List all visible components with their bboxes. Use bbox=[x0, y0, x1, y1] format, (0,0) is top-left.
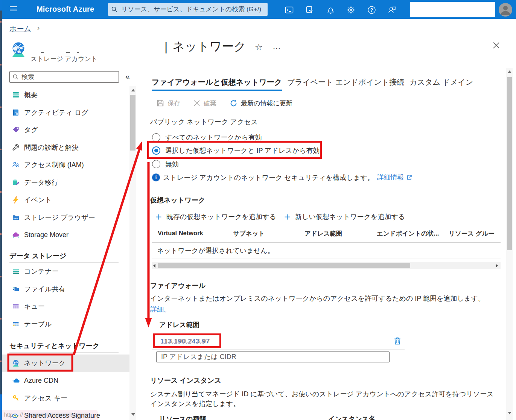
scroll-up-icon[interactable] bbox=[131, 89, 135, 91]
sidebar-item-iam[interactable]: アクセス制御 (IAM) bbox=[0, 156, 129, 174]
save-icon bbox=[157, 99, 164, 107]
sidebar-item-azure-cdn[interactable]: Azure CDN bbox=[0, 372, 129, 390]
radio-selected-networks[interactable]: 選択した仮想ネットワークと IP アドレスから有効 bbox=[152, 146, 320, 155]
storage-mover-icon bbox=[12, 231, 20, 239]
directory-filter-icon[interactable] bbox=[305, 6, 314, 14]
redacted-name-mark bbox=[77, 52, 79, 53]
hamburger-menu-icon[interactable] bbox=[10, 6, 17, 12]
notifications-bell-icon[interactable] bbox=[326, 6, 335, 14]
background-window-sliver bbox=[0, 0, 2, 420]
public-network-access-label: パブリック ネットワーク アクセス bbox=[150, 117, 258, 126]
save-button[interactable]: 保存 bbox=[157, 99, 180, 108]
sidebar-item-tables[interactable]: テーブル bbox=[0, 315, 129, 333]
sidebar-item-activity-log[interactable]: アクティビティ ログ bbox=[0, 104, 129, 122]
page-title: | ネットワーク bbox=[164, 38, 246, 55]
settings-gear-icon[interactable] bbox=[347, 6, 355, 14]
shared-access-signature-icon bbox=[12, 412, 20, 420]
sidebar-item-overview[interactable]: 概要 bbox=[0, 86, 129, 104]
sidebar-item-access-keys[interactable]: アクセス キー bbox=[0, 390, 129, 407]
add-new-vnet-link[interactable]: 新しい仮想ネットワークを追加する bbox=[284, 212, 405, 221]
sidebar-section-security-networking: セキュリティとネットワーク bbox=[0, 333, 129, 353]
breadcrumb-home-link[interactable]: ホーム bbox=[9, 25, 31, 33]
wrench-icon bbox=[12, 144, 20, 151]
column-header-address-range[interactable]: アドレス範囲 bbox=[304, 230, 342, 238]
horizontal-scrollbar-thumb[interactable] bbox=[158, 263, 410, 268]
containers-icon bbox=[12, 268, 20, 275]
scroll-up-icon[interactable] bbox=[508, 70, 511, 73]
access-control-icon bbox=[12, 161, 20, 169]
feedback-icon[interactable] bbox=[388, 6, 396, 14]
svg-text:?: ? bbox=[370, 7, 373, 13]
scroll-down-icon[interactable] bbox=[131, 413, 135, 416]
main-scrollbar-thumb[interactable] bbox=[507, 77, 512, 250]
close-blade-icon[interactable] bbox=[493, 42, 500, 50]
top-bar: Microsoft Azure ? bbox=[0, 0, 516, 19]
learn-more-link[interactable]: 詳細情報 bbox=[377, 173, 404, 181]
scroll-left-icon[interactable] bbox=[153, 264, 155, 268]
column-header-subnet[interactable]: サブネット bbox=[233, 230, 265, 238]
sidebar-item-networking[interactable]: ネットワーク bbox=[0, 355, 129, 372]
sidebar-menu: 概要 アクティビティ ログ タグ 問題の診断と解決 アクセス制御 (IAM) デ… bbox=[0, 86, 129, 420]
cloud-shell-icon[interactable] bbox=[285, 6, 294, 14]
avatar[interactable] bbox=[499, 3, 512, 17]
table-divider bbox=[152, 242, 501, 243]
refresh-button[interactable]: 最新の情報に更新 bbox=[230, 99, 292, 108]
events-icon bbox=[12, 196, 20, 204]
command-bar: 保存 破棄 最新の情報に更新 bbox=[157, 98, 306, 108]
ip-cidr-input[interactable] bbox=[156, 352, 390, 362]
plus-icon bbox=[155, 214, 162, 220]
resource-instances-header: リソース インスタンス bbox=[150, 376, 221, 385]
collapse-sidebar-button[interactable]: « bbox=[125, 72, 130, 81]
sidebar-search-input[interactable] bbox=[9, 71, 119, 83]
sidebar-item-shared-access-signature[interactable]: Shared Access Signature bbox=[0, 407, 129, 420]
tab-firewalls-and-virtual-networks[interactable]: ファイアウォールと仮想ネットワーク bbox=[152, 77, 282, 91]
delete-ip-icon[interactable] bbox=[394, 337, 401, 347]
tags-icon bbox=[12, 126, 20, 134]
more-options-icon[interactable]: … bbox=[272, 41, 281, 51]
radio-icon[interactable] bbox=[152, 133, 160, 142]
radio-icon[interactable] bbox=[152, 160, 160, 168]
column-header-virtual-network[interactable]: Virtual Network bbox=[158, 230, 203, 237]
queues-icon bbox=[12, 303, 20, 310]
tab-private-endpoint-connections[interactable]: プライベート エンドポイント接続 bbox=[287, 77, 404, 90]
sidebar-item-diagnose[interactable]: 問題の診断と解決 bbox=[0, 139, 129, 157]
main-panel: | ネットワーク ☆ … ファイアウォールと仮想ネットワーク プライベート エン… bbox=[138, 19, 516, 420]
radio-disabled[interactable]: 無効 bbox=[152, 160, 179, 168]
sidebar-item-storage-browser[interactable]: ストレージ ブラウザー bbox=[0, 209, 129, 227]
radio-selected-icon[interactable] bbox=[152, 146, 160, 155]
sidebar-scrollbar-thumb[interactable] bbox=[130, 95, 135, 151]
azure-portal-page: Microsoft Azure ? ホーム › bbox=[0, 0, 516, 420]
add-existing-vnet-link[interactable]: 既存の仮想ネットワークを追加する bbox=[155, 212, 276, 221]
azure-cdn-icon bbox=[12, 377, 20, 385]
radio-all-networks[interactable]: すべてのネットワークから有効 bbox=[152, 133, 262, 142]
sidebar-item-containers[interactable]: コンテナー bbox=[0, 263, 129, 280]
sidebar-item-storage-mover[interactable]: Storage Mover bbox=[0, 226, 129, 244]
column-header-resource-group[interactable]: リソース グルー bbox=[449, 230, 501, 238]
activity-log-icon bbox=[12, 109, 20, 116]
tab-custom-domain[interactable]: カスタム ドメイン bbox=[409, 77, 473, 90]
sidebar-item-file-shares[interactable]: ファイル共有 bbox=[0, 280, 129, 298]
search-icon bbox=[13, 74, 18, 81]
sidebar-item-events[interactable]: イベント bbox=[0, 191, 129, 209]
help-icon[interactable]: ? bbox=[367, 6, 376, 14]
firewall-detail-link[interactable]: 詳細。 bbox=[150, 306, 170, 313]
redacted-name-mark bbox=[66, 52, 70, 53]
global-search-input[interactable] bbox=[108, 3, 268, 16]
discard-button[interactable]: 破棄 bbox=[193, 99, 216, 108]
scroll-right-icon[interactable] bbox=[496, 264, 498, 268]
info-icon: i bbox=[152, 173, 160, 181]
sidebar-item-data-migration[interactable]: データ移行 bbox=[0, 174, 129, 192]
account-subtitle: ストレージ アカウント bbox=[30, 55, 97, 63]
sidebar-item-queues[interactable]: キュー bbox=[0, 298, 129, 315]
access-keys-icon bbox=[12, 394, 20, 402]
breadcrumb: ホーム bbox=[9, 24, 31, 34]
data-migration-icon bbox=[12, 179, 20, 186]
brand-title: Microsoft Azure bbox=[37, 5, 94, 14]
scroll-down-icon[interactable] bbox=[508, 412, 511, 414]
favorite-star-icon[interactable]: ☆ bbox=[255, 42, 263, 52]
ip-address-value[interactable]: 113.190.243.97 bbox=[161, 338, 210, 345]
instance-name-column-label: インスタンス名 bbox=[328, 414, 375, 420]
column-header-endpoint-status[interactable]: エンドポイントの状... bbox=[377, 230, 443, 238]
info-banner: i ストレージ アカウントのネットワーク セキュリティを構成します。 詳細情報 bbox=[152, 173, 412, 182]
sidebar-item-tags[interactable]: タグ bbox=[0, 121, 129, 139]
